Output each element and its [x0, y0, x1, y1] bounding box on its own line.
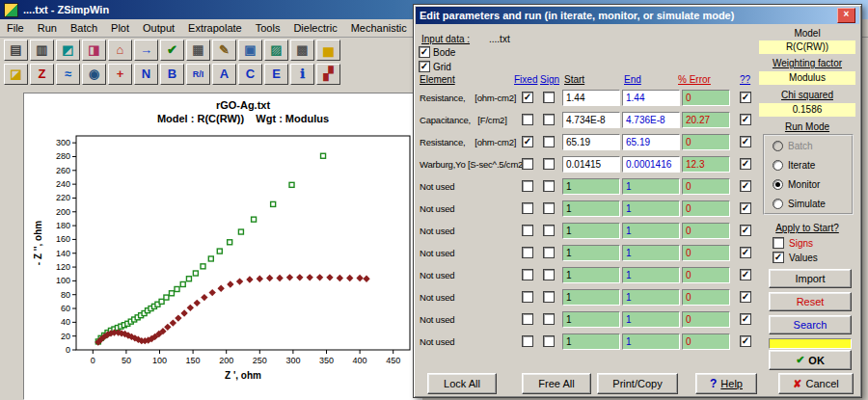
end-field[interactable]: 1 — [622, 267, 680, 283]
start-field[interactable]: 1 — [562, 200, 620, 217]
admittance-plot-icon[interactable]: A — [212, 64, 236, 85]
fixed-checkbox[interactable] — [522, 313, 533, 325]
fit-wizard-icon[interactable]: ◩ — [56, 40, 80, 61]
confirm-checkbox[interactable]: ✓ — [740, 269, 751, 280]
new-report-icon[interactable]: ▤ — [4, 40, 28, 61]
view-eye-icon[interactable]: ◉ — [82, 64, 106, 85]
chi-squared-label[interactable]: Chi squared — [759, 90, 855, 100]
start-field[interactable]: 1 — [562, 333, 620, 350]
dialog-close-icon[interactable]: × — [837, 8, 855, 23]
start-field[interactable]: 1.44 — [562, 90, 620, 106]
fixed-checkbox[interactable] — [522, 291, 533, 303]
home-icon[interactable]: ⌂ — [108, 40, 132, 61]
sign-checkbox[interactable] — [543, 225, 555, 236]
confirm-checkbox[interactable]: ✓ — [740, 180, 751, 192]
batch-fit-icon[interactable]: ◨ — [82, 40, 106, 61]
bode-option[interactable]: ✓ Bode — [419, 46, 455, 58]
import-button[interactable]: Import — [769, 269, 852, 288]
start-field[interactable]: 1 — [562, 245, 620, 261]
run-mode-option-iterate[interactable]: Iterate — [765, 155, 852, 174]
end-field[interactable]: 1 — [622, 311, 680, 328]
confirm-checkbox[interactable]: ✓ — [740, 158, 751, 170]
end-field[interactable]: 1 — [622, 333, 680, 350]
fixed-checkbox[interactable] — [522, 180, 533, 192]
print-setup-icon[interactable]: ▥ — [30, 40, 54, 61]
confirm-checkbox[interactable]: ✓ — [740, 313, 751, 325]
open-folder-icon[interactable]: ◪ — [4, 64, 28, 85]
help-button[interactable]: ? Help — [695, 373, 757, 394]
values-checkbox[interactable]: ✓ — [773, 252, 784, 263]
header-fixed[interactable]: Fixed — [514, 74, 537, 85]
run-mode-option-batch[interactable]: Batch — [765, 136, 852, 155]
start-field[interactable]: 1 — [562, 289, 620, 306]
start-field[interactable]: 1 — [562, 311, 620, 328]
end-field[interactable]: 1.44 — [622, 90, 680, 106]
ok-button[interactable]: ✔ OK — [769, 350, 852, 370]
header-start[interactable]: Start — [564, 74, 584, 85]
dialog-titlebar[interactable]: Edit parameters and run (in iterate, mon… — [416, 7, 859, 24]
weighting-factor-label[interactable]: Weighting factor — [759, 58, 855, 68]
sign-checkbox[interactable] — [543, 202, 555, 214]
header-end[interactable]: End — [624, 74, 641, 85]
real-imag-plot-icon[interactable]: R/I — [186, 64, 210, 85]
apply-to-start-label[interactable]: Apply to Start? — [759, 223, 855, 233]
confirm-checkbox[interactable]: ✓ — [740, 202, 751, 214]
confirm-checkbox[interactable]: ✓ — [740, 136, 751, 147]
signs-option[interactable]: Signs — [773, 237, 813, 249]
end-field[interactable]: 4.736E-8 — [622, 112, 680, 128]
start-field[interactable]: 4.734E-8 — [562, 112, 620, 128]
manual-book-icon[interactable]: ▞ — [316, 64, 340, 85]
sign-checkbox[interactable] — [543, 291, 555, 303]
end-field[interactable]: 1 — [622, 223, 680, 239]
sign-checkbox[interactable] — [543, 136, 555, 147]
lock-all-button[interactable]: Lock All — [427, 373, 497, 394]
mini-chart-icon[interactable]: ▅ — [316, 40, 340, 61]
print-copy-button[interactable]: Print/Copy — [597, 373, 678, 394]
signs-checkbox[interactable] — [773, 237, 784, 249]
start-field[interactable]: 1 — [562, 223, 620, 239]
header-element[interactable]: Element — [420, 74, 455, 85]
capacitance-plot-icon[interactable]: C — [238, 64, 262, 85]
info-icon[interactable]: ℹ — [290, 64, 314, 85]
menu-batch[interactable]: Batch — [64, 20, 104, 36]
fixed-checkbox[interactable]: ✓ — [522, 92, 533, 103]
menu-plot[interactable]: Plot — [104, 20, 136, 36]
pan-move-icon[interactable]: + — [108, 64, 132, 85]
menu-dielectric[interactable]: Dielectric — [286, 20, 343, 36]
end-field[interactable]: 0.0001416 — [622, 156, 680, 173]
run-mode-label[interactable]: Run Mode — [759, 121, 855, 132]
fixed-checkbox[interactable] — [522, 202, 533, 214]
nyquist-plot-icon[interactable]: N — [134, 64, 158, 85]
start-field[interactable]: 1 — [562, 267, 620, 283]
fixed-checkbox[interactable] — [522, 225, 533, 236]
confirm-checkbox[interactable]: ✓ — [740, 247, 751, 258]
start-field[interactable]: 1 — [562, 178, 620, 195]
search-button[interactable]: Search — [769, 315, 852, 334]
run-mode-option-monitor[interactable]: Monitor — [765, 174, 852, 194]
chart-page-icon[interactable]: ▨ — [264, 40, 288, 61]
fixed-checkbox[interactable] — [522, 335, 533, 347]
confirm-checkbox[interactable]: ✓ — [740, 225, 751, 236]
menu-mechanistic[interactable]: Mechanistic — [344, 20, 414, 36]
menu-output[interactable]: Output — [136, 20, 181, 36]
header-error[interactable]: % Error — [678, 74, 711, 85]
sign-checkbox[interactable] — [543, 180, 555, 192]
sign-checkbox[interactable] — [543, 313, 555, 325]
confirm-checkbox[interactable]: ✓ — [740, 92, 751, 103]
free-all-button[interactable]: Free All — [522, 373, 591, 394]
end-field[interactable]: 1 — [622, 245, 680, 261]
bode-plot-icon[interactable]: B — [160, 64, 184, 85]
sign-checkbox[interactable] — [543, 247, 555, 258]
end-field[interactable]: 1 — [622, 178, 680, 195]
header-sign[interactable]: Sign — [540, 74, 559, 85]
z-data-icon[interactable]: Z — [30, 64, 54, 85]
modulus-plot-icon[interactable]: E — [264, 64, 288, 85]
sign-checkbox[interactable] — [543, 269, 555, 280]
grid-checkbox[interactable]: ✓ — [419, 61, 430, 72]
end-field[interactable]: 65.19 — [622, 134, 680, 150]
cancel-button[interactable]: ✘ Cancel — [778, 373, 854, 394]
bode-checkbox[interactable]: ✓ — [419, 46, 430, 58]
verify-fit-icon[interactable]: ✔ — [160, 40, 184, 61]
fixed-checkbox[interactable] — [522, 247, 533, 258]
copy-pages-icon[interactable]: ▣ — [238, 40, 262, 61]
